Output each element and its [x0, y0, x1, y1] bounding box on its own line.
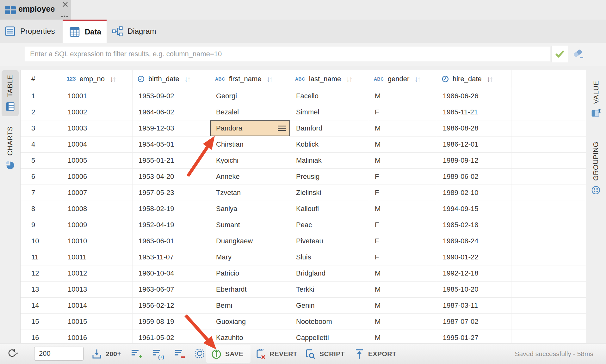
- grid-cell-first_name-row9[interactable]: Sumant: [210, 217, 290, 233]
- row-number[interactable]: 5: [21, 153, 62, 168]
- grid-cell-birth_date-row3[interactable]: 1959-12-03: [133, 120, 210, 136]
- grid-cell-gender-row11[interactable]: F: [369, 249, 437, 265]
- grid-cell-hire_date-row10[interactable]: 1989-08-24: [437, 233, 511, 249]
- row-number[interactable]: 12: [21, 265, 62, 281]
- row-number[interactable]: 11: [21, 249, 62, 265]
- revert-button[interactable]: REVERT: [255, 343, 297, 364]
- grid-cell-gender-row4[interactable]: M: [369, 136, 437, 152]
- export-button[interactable]: EXPORT: [354, 343, 396, 364]
- grid-cell-first_name-row1[interactable]: Georgi: [210, 88, 290, 104]
- grid-cell-birth_date-row7[interactable]: 1957-05-23: [133, 185, 210, 201]
- column-header-rownum[interactable]: #: [21, 70, 62, 88]
- grid-cell-birth_date-row10[interactable]: 1963-06-01: [133, 233, 210, 249]
- grid-cell-first_name-row13[interactable]: Eberhardt: [210, 282, 290, 297]
- row-number[interactable]: 7: [21, 185, 62, 201]
- grid-cell-emp_no-row8[interactable]: 10008: [62, 201, 133, 217]
- cell-menu-icon[interactable]: [277, 125, 286, 131]
- grid-cell-gender-row9[interactable]: F: [369, 217, 437, 233]
- grid-cell-hire_date-row1[interactable]: 1986-06-26: [437, 88, 511, 104]
- grid-cell-birth_date-row4[interactable]: 1954-05-01: [133, 136, 210, 152]
- grid-cell-first_name-row14[interactable]: Berni: [210, 298, 290, 313]
- grid-cell-hire_date-row8[interactable]: 1994-09-15: [437, 201, 511, 217]
- more-dots-icon[interactable]: [61, 15, 68, 18]
- close-icon[interactable]: [61, 1, 69, 8]
- row-number[interactable]: 6: [21, 169, 62, 185]
- script-button[interactable]: SCRIPT: [304, 343, 345, 364]
- grid-cell-emp_no-row14[interactable]: 10014: [62, 298, 133, 313]
- panel-tab-value[interactable]: VALUE: [586, 73, 606, 126]
- sort-icons[interactable]: ↓↑: [414, 75, 420, 83]
- tab-properties[interactable]: Properties: [0, 20, 63, 43]
- grid-cell-first_name-row10[interactable]: Duangkaew: [210, 233, 290, 249]
- add-row-button[interactable]: [130, 343, 142, 364]
- sort-icons[interactable]: ↓↑: [110, 75, 115, 83]
- grid-cell-hire_date-row11[interactable]: 1990-01-22: [437, 249, 511, 265]
- grid-cell-birth_date-row11[interactable]: 1953-11-07: [133, 249, 210, 265]
- grid-cell-first_name-row15[interactable]: Guoxiang: [210, 314, 290, 330]
- grid-cell-emp_no-row15[interactable]: 10015: [62, 314, 133, 330]
- tab-data-active[interactable]: Data: [63, 20, 107, 43]
- grid-cell-last_name-row12[interactable]: Bridgland: [290, 265, 369, 281]
- grid-cell-last_name-row7[interactable]: Zielinski: [290, 185, 369, 201]
- panel-tab-grouping[interactable]: GROUPING: [586, 134, 606, 202]
- grid-cell-first_name-row6[interactable]: Anneke: [210, 169, 290, 185]
- grid-cell-hire_date-row14[interactable]: 1987-03-11: [437, 298, 511, 313]
- grid-cell-birth_date-row12[interactable]: 1960-10-04: [133, 265, 210, 281]
- grid-cell-hire_date-row4[interactable]: 1986-12-01: [437, 136, 511, 152]
- row-number[interactable]: 14: [21, 298, 62, 313]
- grid-cell-gender-row10[interactable]: F: [369, 233, 437, 249]
- column-header-first_name[interactable]: ABCfirst_name↓↑: [210, 70, 290, 88]
- grid-cell-birth_date-row15[interactable]: 1959-08-19: [133, 314, 210, 330]
- grid-cell-last_name-row10[interactable]: Piveteau: [290, 233, 369, 249]
- grid-cell-hire_date-row5[interactable]: 1989-09-12: [437, 153, 511, 168]
- duplicate-row-button[interactable]: (+): [152, 343, 164, 364]
- grid-cell-birth_date-row2[interactable]: 1964-06-02: [133, 104, 210, 120]
- grid-cell-first_name-row11[interactable]: Mary: [210, 249, 290, 265]
- fetch-next-page-button[interactable]: 200+: [91, 343, 121, 364]
- grid-cell-gender-row7[interactable]: F: [369, 185, 437, 201]
- grid-cell-emp_no-row1[interactable]: 10001: [62, 88, 133, 104]
- grid-cell-last_name-row1[interactable]: Facello: [290, 88, 369, 104]
- grid-cell-birth_date-row9[interactable]: 1952-04-19: [133, 217, 210, 233]
- column-header-birth_date[interactable]: birth_date↓↑: [133, 70, 210, 88]
- grid-cell-last_name-row11[interactable]: Sluis: [290, 249, 369, 265]
- grid-cell-last_name-row13[interactable]: Terkki: [290, 282, 369, 297]
- grid-cell-gender-row6[interactable]: F: [369, 169, 437, 185]
- grid-cell-hire_date-row13[interactable]: 1985-10-20: [437, 282, 511, 297]
- grid-cell-emp_no-row6[interactable]: 10006: [62, 169, 133, 185]
- sort-icons[interactable]: ↓↑: [184, 75, 190, 83]
- row-number[interactable]: 10: [21, 233, 62, 249]
- panel-tab-charts[interactable]: CHARTS: [0, 123, 20, 173]
- apply-filter-button[interactable]: [552, 46, 568, 62]
- sort-icons[interactable]: ↓↑: [487, 75, 492, 83]
- refresh-button[interactable]: [6, 343, 19, 364]
- grid-cell-last_name-row6[interactable]: Preusig: [290, 169, 369, 185]
- grid-cell-emp_no-row5[interactable]: 10005: [62, 153, 133, 168]
- row-number[interactable]: 4: [21, 136, 62, 152]
- delete-row-button[interactable]: [174, 343, 185, 364]
- column-header-gender[interactable]: ABCgender↓↑: [369, 70, 437, 88]
- sort-icons[interactable]: ↓↑: [267, 75, 272, 83]
- grid-cell-emp_no-row4[interactable]: 10004: [62, 136, 133, 152]
- column-header-hire_date[interactable]: hire_date↓↑: [437, 70, 511, 88]
- row-number[interactable]: 2: [21, 104, 62, 120]
- fetch-size-input[interactable]: [34, 347, 83, 361]
- save-button[interactable]: SAVE: [211, 343, 244, 364]
- grid-cell-gender-row15[interactable]: M: [369, 314, 437, 330]
- grid-cell-hire_date-row9[interactable]: 1985-02-18: [437, 217, 511, 233]
- grid-cell-hire_date-row2[interactable]: 1985-11-21: [437, 104, 511, 120]
- tab-diagram[interactable]: Diagram: [107, 20, 165, 43]
- grid-cell-gender-row3[interactable]: M: [369, 120, 437, 136]
- grid-cell-last_name-row8[interactable]: Kalloufi: [290, 201, 369, 217]
- row-number[interactable]: 8: [21, 201, 62, 217]
- row-number[interactable]: 13: [21, 282, 62, 297]
- grid-cell-birth_date-row5[interactable]: 1955-01-21: [133, 153, 210, 168]
- grid-cell-last_name-row3[interactable]: Bamford: [290, 120, 369, 136]
- grid-cell-emp_no-row2[interactable]: 10002: [62, 104, 133, 120]
- grid-cell-last_name-row5[interactable]: Maliniak: [290, 153, 369, 168]
- grid-cell-hire_date-row12[interactable]: 1992-12-18: [437, 265, 511, 281]
- tab-employee[interactable]: employee: [0, 0, 71, 20]
- grid-cell-first_name-row8[interactable]: Saniya: [210, 201, 290, 217]
- row-number[interactable]: 15: [21, 314, 62, 330]
- grid-cell-birth_date-row8[interactable]: 1958-02-19: [133, 201, 210, 217]
